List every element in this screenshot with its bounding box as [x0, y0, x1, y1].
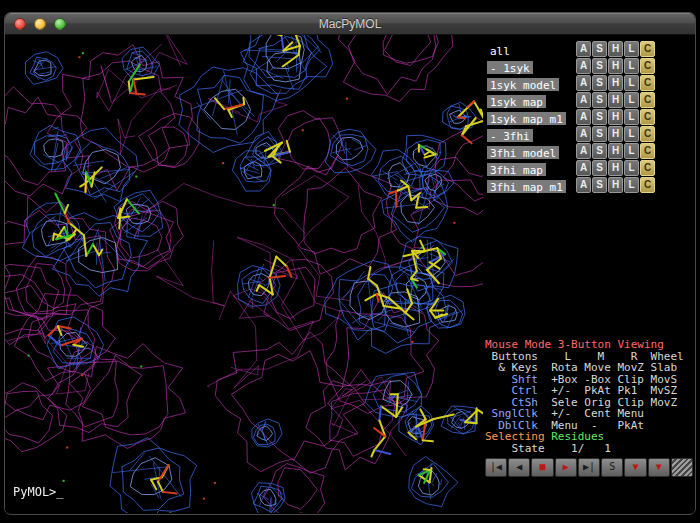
- label-button[interactable]: L: [624, 126, 639, 142]
- show-button[interactable]: S: [592, 177, 607, 193]
- action-button[interactable]: A: [576, 75, 591, 91]
- movie-controls: |◀◀■▶▶|S▼▼: [485, 458, 693, 477]
- object-row-3fhi-map-m1: 3fhi_map_m1ASHLC: [487, 177, 655, 193]
- traffic-lights: [14, 18, 66, 30]
- object-name[interactable]: - 1syk: [487, 61, 533, 74]
- prompt-cursor: _: [56, 485, 63, 499]
- stop-button[interactable]: ■: [531, 458, 553, 477]
- rewind-button[interactable]: |◀: [485, 458, 507, 477]
- object-row-1syk-model: 1syk_modelASHLC: [487, 75, 655, 91]
- action-button[interactable]: A: [576, 92, 591, 108]
- action-button[interactable]: A: [576, 177, 591, 193]
- action-button[interactable]: A: [576, 160, 591, 176]
- object-name-cell: - 1syk: [487, 58, 575, 74]
- label-button[interactable]: L: [624, 109, 639, 125]
- label-button[interactable]: L: [624, 143, 639, 159]
- object-row-3fhi-map: 3fhi_mapASHLC: [487, 160, 655, 176]
- step-forward-button[interactable]: ▶|: [578, 458, 600, 477]
- object-name-cell: all: [487, 41, 575, 57]
- object-name[interactable]: all: [487, 44, 513, 57]
- object-row-3fhi-model: 3fhi_modelASHLC: [487, 143, 655, 159]
- object-name-cell: - 3fhi: [487, 126, 575, 142]
- hide-button[interactable]: H: [608, 92, 623, 108]
- action-button[interactable]: A: [576, 41, 591, 57]
- object-name-cell: 1syk_map_m1: [487, 109, 575, 125]
- object-name[interactable]: 1syk_model: [487, 78, 559, 91]
- hide-button[interactable]: H: [608, 75, 623, 91]
- window-title: MacPyMOL: [5, 13, 695, 35]
- color-button[interactable]: C: [640, 143, 655, 159]
- label-button[interactable]: L: [624, 58, 639, 74]
- label-button[interactable]: L: [624, 92, 639, 108]
- show-button[interactable]: S: [592, 126, 607, 142]
- object-name[interactable]: 3fhi_map_m1: [487, 180, 566, 193]
- show-button[interactable]: S: [592, 160, 607, 176]
- mouse-panel-line: State 1/ 1: [485, 443, 695, 455]
- show-button[interactable]: S: [592, 109, 607, 125]
- hide-button[interactable]: H: [608, 160, 623, 176]
- show-button[interactable]: S: [592, 41, 607, 57]
- object-row-1syk-map-m1: 1syk_map_m1ASHLC: [487, 109, 655, 125]
- color-button[interactable]: C: [640, 126, 655, 142]
- zoom-button[interactable]: [54, 18, 66, 30]
- object-name[interactable]: 1syk_map_m1: [487, 112, 566, 125]
- step-back-button[interactable]: ◀: [508, 458, 530, 477]
- label-button[interactable]: L: [624, 177, 639, 193]
- action-button[interactable]: A: [576, 58, 591, 74]
- object-name-cell: 3fhi_map: [487, 160, 575, 176]
- sidebar-spacer: [483, 194, 695, 339]
- color-button[interactable]: C: [640, 177, 655, 193]
- label-button[interactable]: L: [624, 75, 639, 91]
- label-button[interactable]: L: [624, 41, 639, 57]
- density-mesh-canvas: [5, 35, 483, 513]
- color-button[interactable]: C: [640, 58, 655, 74]
- action-button[interactable]: A: [576, 126, 591, 142]
- sidebar: allASHLC- 1sykASHLC1syk_modelASHLC1syk_m…: [483, 35, 695, 513]
- prompt-text: PyMOL>: [13, 485, 56, 499]
- color-button[interactable]: C: [640, 92, 655, 108]
- show-button[interactable]: S: [592, 92, 607, 108]
- scene-prev-button[interactable]: ▼: [624, 458, 646, 477]
- object-name[interactable]: - 3fhi: [487, 129, 533, 142]
- show-button[interactable]: S: [592, 58, 607, 74]
- hide-button[interactable]: H: [608, 41, 623, 57]
- object-name[interactable]: 3fhi_model: [487, 146, 559, 159]
- hide-button[interactable]: H: [608, 177, 623, 193]
- object-name[interactable]: 1syk_map: [487, 95, 546, 108]
- object-name-cell: 1syk_model: [487, 75, 575, 91]
- object-name-cell: 3fhi_model: [487, 143, 575, 159]
- color-button[interactable]: C: [640, 160, 655, 176]
- action-button[interactable]: A: [576, 143, 591, 159]
- resize-grip[interactable]: [671, 458, 693, 477]
- minimize-button[interactable]: [34, 18, 46, 30]
- play-button[interactable]: ▶: [555, 458, 577, 477]
- color-button[interactable]: C: [640, 75, 655, 91]
- mouse-panel-text: State 1/ 1: [485, 442, 611, 455]
- scene-button[interactable]: S: [601, 458, 623, 477]
- object-name-cell: 3fhi_map_m1: [487, 177, 575, 193]
- viewport-3d[interactable]: PyMOL>_: [5, 35, 483, 513]
- object-name[interactable]: 3fhi_map: [487, 163, 546, 176]
- mouse-panel: Mouse Mode 3-Button Viewing Buttons L M …: [483, 339, 695, 458]
- object-row-all: allASHLC: [487, 41, 655, 57]
- command-prompt[interactable]: PyMOL>_: [13, 485, 64, 499]
- color-button[interactable]: C: [640, 41, 655, 57]
- color-button[interactable]: C: [640, 109, 655, 125]
- close-button[interactable]: [14, 18, 26, 30]
- hide-button[interactable]: H: [608, 143, 623, 159]
- object-row-1syk: - 1sykASHLC: [487, 58, 655, 74]
- hide-button[interactable]: H: [608, 58, 623, 74]
- show-button[interactable]: S: [592, 143, 607, 159]
- title-bar[interactable]: MacPyMOL: [5, 13, 695, 35]
- hide-button[interactable]: H: [608, 126, 623, 142]
- object-row-3fhi: - 3fhiASHLC: [487, 126, 655, 142]
- show-button[interactable]: S: [592, 75, 607, 91]
- scene-next-button[interactable]: ▼: [648, 458, 670, 477]
- action-button[interactable]: A: [576, 109, 591, 125]
- label-button[interactable]: L: [624, 160, 639, 176]
- object-name-cell: 1syk_map: [487, 92, 575, 108]
- hide-button[interactable]: H: [608, 109, 623, 125]
- macpymol-window: MacPyMOL PyMOL>_ allASHLC- 1sykASHLC1syk…: [4, 12, 696, 515]
- window-content: PyMOL>_ allASHLC- 1sykASHLC1syk_modelASH…: [5, 35, 695, 513]
- object-row-1syk-map: 1syk_mapASHLC: [487, 92, 655, 108]
